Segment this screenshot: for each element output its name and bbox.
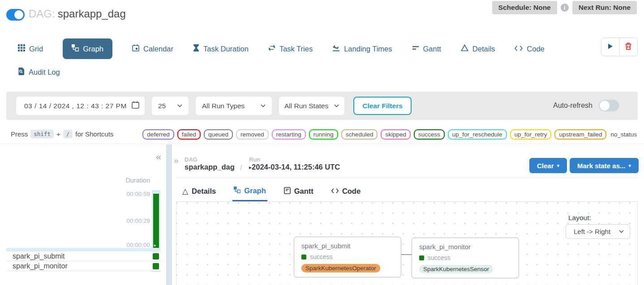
task-instance-square-monitor[interactable] [153,263,159,269]
toggle-knob [14,10,23,19]
legend-badge-restarting: restarting [272,129,306,140]
datetime-filter-input[interactable]: 03 / 14 / 2024 , 12 : 43 : 27 PM [16,97,145,115]
state-legend: deferred failed queued removed restartin… [142,129,638,140]
code-icon [331,187,339,196]
tab-graph[interactable]: Graph [63,38,112,59]
hourglass-icon [193,44,199,53]
panel-resize-handle[interactable] [166,145,172,285]
page-size-value: 25 [158,102,166,110]
tab-gantt[interactable]: Gantt [412,44,441,53]
tab-details[interactable]: Details [461,44,495,53]
success-status-square [301,255,306,259]
audit-log-icon [18,68,25,77]
dag-prefix-label: DAG: [29,8,55,20]
next-run-badge: Next Run: None [572,1,637,14]
tab-label: Gantt [423,45,441,53]
tab-label: Audit Log [29,68,60,77]
node-title: spark_pi_submit [301,242,394,250]
trigger-dag-button[interactable] [601,38,619,56]
tab-label: Gantt [294,187,313,196]
clear-filters-button[interactable]: Clear Filters [353,97,412,115]
trash-icon [625,43,632,52]
graph-node-spark-pi-monitor[interactable]: spark_pi_monitor success SparkKubernetes… [412,238,519,278]
task-name: spark_pi_submit [13,252,65,260]
tab-task-duration[interactable]: Task Duration [193,44,249,53]
legend-badge-success: success [414,129,445,140]
code-icon [515,45,523,53]
dag-pause-toggle[interactable] [6,9,25,21]
expand-right-icon[interactable]: » [174,156,179,166]
run-timestamp: 2024-03-14, 11:25:46 UTC [252,163,340,171]
page-title: DAG:sparkapp_dag [29,8,126,20]
tab-label: Details [192,187,216,196]
tab-run-code[interactable]: Code [330,181,362,201]
layout-label: Layout: [568,214,591,222]
clear-run-button[interactable]: Clear▾ [529,158,567,173]
dag-view-tabs-row2: Audit Log [18,63,60,81]
dag-name: sparkapp_dag [58,8,126,20]
collapse-left-icon[interactable]: « [156,152,161,161]
gantt-icon [412,44,419,53]
chevron-down-icon [619,230,624,233]
graph-icon [234,187,240,195]
graph-node-spark-pi-submit[interactable]: spark_pi_submit success SparkKubernetesO… [294,237,401,277]
breadcrumb-run-label: Run [249,156,260,163]
legend-badge-removed: removed [236,129,269,140]
details-triangle-icon [461,44,468,53]
chevron-down-icon [261,104,266,107]
tab-label: Code [527,45,544,53]
task-row-spark-pi-monitor[interactable]: spark_pi_monitor [6,261,160,271]
datetime-value: 03 / 14 / 2024 , 12 : 43 : 27 PM [24,102,127,110]
tab-grid[interactable]: Grid [18,44,43,53]
legend-badge-running: running [309,129,338,140]
plane-landing-icon [332,44,340,53]
breadcrumb-dag-name[interactable]: sparkapp_dag [185,163,235,171]
legend-badge-no-status: no_status [610,130,638,139]
clear-filters-label: Clear Filters [362,102,403,110]
task-row-spark-pi-submit[interactable]: spark_pi_submit [6,251,160,261]
tab-task-tries[interactable]: Task Tries [268,44,313,53]
shortcut-text: Press [11,130,28,138]
mark-state-button[interactable]: Mark state as...▾ [570,158,639,173]
legend-badge-up-for-reschedule: up_for_reschedule [448,129,507,140]
tab-code[interactable]: Code [515,45,544,53]
detail-panel: » DAG sparkapp_dag / Run ▸2024-03-14, 11… [172,145,644,285]
layout-select[interactable]: Left -> Right [566,224,630,239]
graph-canvas[interactable]: Layout: Left -> Right spark_pi_submit su… [176,201,638,285]
run-states-select[interactable]: All Run States [279,97,344,115]
run-states-value: All Run States [284,102,328,110]
details-triangle-icon: △ [182,187,188,196]
tab-calendar[interactable]: Calendar [132,44,173,53]
tab-run-graph[interactable]: Graph [232,181,267,201]
tab-label: Graph [244,187,266,195]
tab-run-details[interactable]: △ Details [181,181,217,201]
tab-label: Graph [83,45,103,53]
info-icon[interactable]: i [561,4,569,12]
tab-audit-log[interactable]: Audit Log [18,68,60,77]
legend-badge-scheduled: scheduled [341,129,378,140]
calendar-picker-icon[interactable] [132,101,139,111]
legend-row: Press shift + / for Shortcuts deferred f… [0,127,644,144]
tab-label: Grid [29,45,43,53]
tab-run-gantt[interactable]: Gantt [283,181,315,201]
success-status-square [419,255,424,260]
play-icon [607,43,614,51]
slash-key: / [63,130,73,138]
tab-label: Landing Times [344,45,392,53]
page-size-select[interactable]: 25 [152,97,189,115]
legend-badge-failed: failed [177,129,201,140]
delete-dag-button[interactable] [619,38,638,56]
tab-landing-times[interactable]: Landing Times [332,44,392,53]
legend-badge-queued: queued [204,129,233,140]
legend-badge-up-for-retry: up_for_retry [510,129,552,140]
node-status: success [301,253,394,260]
run-types-select[interactable]: All Run Types [196,97,272,115]
legend-badge-skipped: skipped [381,129,411,140]
auto-refresh-toggle[interactable] [599,100,619,111]
main-content: « Duration 00:00:59 00:00:29 00:00:00 ▸ … [0,145,644,285]
filter-bar: 03 / 14 / 2024 , 12 : 43 : 27 PM 25 All … [6,92,638,120]
breadcrumb-run-value[interactable]: ▸2024-03-14, 11:25:46 UTC [249,163,340,171]
task-instance-square-submit[interactable] [153,253,159,259]
node-title: spark_pi_monitor [419,243,511,251]
dag-run-duration-bar[interactable]: ▸ [153,194,159,248]
